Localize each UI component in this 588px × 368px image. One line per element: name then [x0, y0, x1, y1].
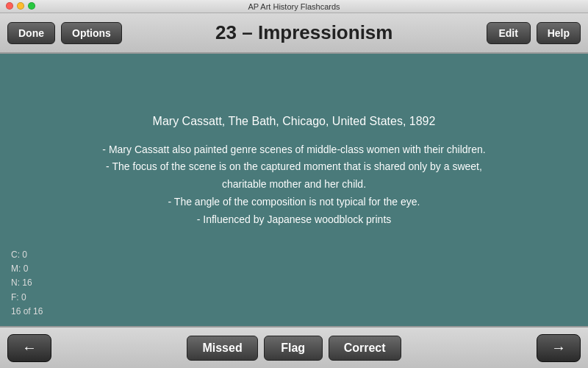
toolbar: Done Options 23 – Impressionism Edit Hel… — [0, 13, 588, 54]
maximize-button[interactable] — [28, 2, 35, 10]
edit-button[interactable]: Edit — [487, 22, 531, 44]
window-title: AP Art History Flashcards — [248, 2, 340, 11]
body-line-5: - Influenced by Japanese woodblock print… — [197, 213, 392, 225]
main-content: Mary Cassatt, The Bath, Chicago, United … — [0, 54, 588, 326]
stat-missed: M: 0 — [11, 262, 43, 276]
bottom-bar: ← Missed Flag Correct → — [0, 326, 588, 368]
done-button[interactable]: Done — [7, 22, 55, 44]
stat-progress: 16 of 16 — [11, 305, 43, 319]
stat-flagged: F: 0 — [11, 291, 43, 305]
body-line-2: - The focus of the scene is on the captu… — [106, 160, 482, 172]
help-button[interactable]: Help — [537, 22, 581, 44]
prev-button[interactable]: ← — [7, 334, 51, 362]
minimize-button[interactable] — [17, 2, 24, 10]
card-body-text: - Mary Cassatt also painted genre scenes… — [102, 141, 485, 229]
flag-button[interactable]: Flag — [264, 336, 323, 361]
card-content: Mary Cassatt, The Bath, Chicago, United … — [22, 68, 566, 275]
body-line-4: - The angle of the composition is not ty… — [168, 196, 420, 208]
traffic-lights[interactable] — [6, 2, 35, 10]
action-buttons: Missed Flag Correct — [187, 336, 401, 361]
next-button[interactable]: → — [537, 334, 581, 362]
options-button[interactable]: Options — [61, 22, 122, 44]
correct-button[interactable]: Correct — [329, 336, 401, 361]
missed-button[interactable]: Missed — [187, 336, 257, 361]
body-line-3: charitable mother and her child. — [222, 178, 366, 190]
stats-panel: C: 0 M: 0 N: 16 F: 0 16 of 16 — [11, 248, 43, 319]
stat-new: N: 16 — [11, 276, 43, 290]
card-artwork-title: Mary Cassatt, The Bath, Chicago, United … — [153, 115, 436, 128]
stat-correct: C: 0 — [11, 248, 43, 262]
body-line-1: - Mary Cassatt also painted genre scenes… — [102, 144, 485, 155]
close-button[interactable] — [6, 2, 13, 10]
card-title-heading: 23 – Impressionism — [128, 21, 481, 44]
